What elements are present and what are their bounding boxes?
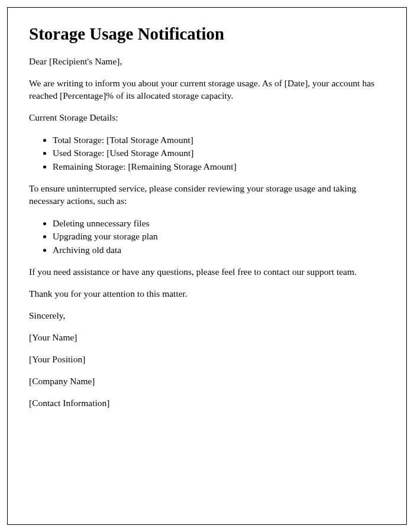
intro-paragraph: We are writing to inform you about your … <box>29 77 385 102</box>
storage-details-list: Total Storage: [Total Storage Amount] Us… <box>53 134 385 173</box>
page-title: Storage Usage Notification <box>29 24 385 44</box>
details-label: Current Storage Details: <box>29 112 385 124</box>
list-item: Total Storage: [Total Storage Amount] <box>53 134 385 147</box>
list-item: Used Storage: [Used Storage Amount] <box>53 147 385 160</box>
actions-intro: To ensure uninterrupted service, please … <box>29 183 385 207</box>
list-item: Remaining Storage: [Remaining Storage Am… <box>53 160 385 173</box>
list-item: Archiving old data <box>53 244 385 257</box>
list-item: Upgrading your storage plan <box>53 230 385 243</box>
document-frame: Storage Usage Notification Dear [Recipie… <box>7 7 407 525</box>
signature-company: [Company Name] <box>29 375 385 388</box>
signature-contact: [Contact Information] <box>29 397 385 410</box>
actions-list: Deleting unnecessary files Upgrading you… <box>53 217 385 257</box>
list-item: Deleting unnecessary files <box>53 217 385 230</box>
salutation: Dear [Recipient's Name], <box>29 56 385 68</box>
signature-position: [Your Position] <box>29 353 385 366</box>
signature-name: [Your Name] <box>29 332 385 344</box>
support-line: If you need assistance or have any quest… <box>29 266 385 278</box>
thanks-line: Thank you for your attention to this mat… <box>29 288 385 300</box>
signoff: Sincerely, <box>29 310 385 322</box>
